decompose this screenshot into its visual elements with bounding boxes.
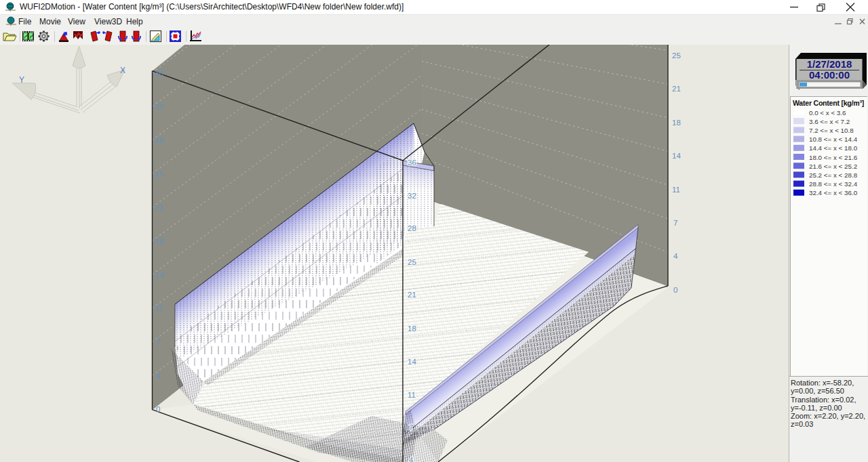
svg-text:18: 18 [155,237,163,245]
svg-text:36: 36 [408,159,416,167]
svg-text:21: 21 [408,291,416,299]
svg-text:10.8 <= x < 14.4: 10.8 <= x < 14.4 [809,135,858,143]
svg-text:25: 25 [155,170,163,178]
svg-text:21: 21 [155,203,163,211]
svg-text:21: 21 [672,85,681,93]
svg-text:Y: Y [19,75,24,85]
svg-text:X: X [120,66,125,75]
svg-text:28: 28 [408,224,416,232]
svg-text:18.0 <= x < 21.6: 18.0 <= x < 21.6 [809,154,858,161]
svg-text:11: 11 [408,391,416,399]
svg-text:32.4 <= x < 36.0: 32.4 <= x < 36.0 [809,189,858,196]
svg-text:32: 32 [408,192,416,200]
svg-text:14: 14 [408,358,416,366]
svg-text:18: 18 [672,119,681,127]
svg-text:1/27/2018: 1/27/2018 [807,58,852,70]
svg-text:14.4 <= x < 18.0: 14.4 <= x < 18.0 [809,144,858,152]
svg-text:28: 28 [155,136,163,144]
svg-text:32: 32 [155,102,163,110]
svg-text:28.8 <= x < 32.4: 28.8 <= x < 32.4 [809,180,858,188]
svg-text:0: 0 [156,405,160,413]
svg-text:4: 4 [156,372,161,380]
svg-text:25.2 <= x < 28.8: 25.2 <= x < 28.8 [809,171,858,179]
svg-text:14: 14 [672,152,681,160]
svg-text:21.6 <= x < 25.2: 21.6 <= x < 25.2 [809,163,857,170]
svg-text:7: 7 [409,423,413,432]
svg-text:04:00:00: 04:00:00 [809,69,850,81]
svg-text:18: 18 [408,324,416,333]
svg-text:0: 0 [673,286,677,294]
svg-text:11: 11 [155,304,163,312]
svg-text:25: 25 [672,51,681,60]
svg-text:4: 4 [673,252,678,260]
svg-text:14: 14 [155,271,163,279]
svg-text:11: 11 [672,186,680,194]
svg-text:7: 7 [156,338,160,346]
svg-text:4: 4 [409,456,414,462]
svg-text:3.6 <= x < 7.2: 3.6 <= x < 7.2 [809,118,850,125]
svg-text:0.0 < x < 3.6: 0.0 < x < 3.6 [809,109,846,117]
svg-text:36: 36 [155,69,163,77]
svg-text:7.2 <= x < 10.8: 7.2 <= x < 10.8 [809,127,854,134]
svg-text:7: 7 [673,219,677,227]
svg-text:25: 25 [408,258,416,266]
